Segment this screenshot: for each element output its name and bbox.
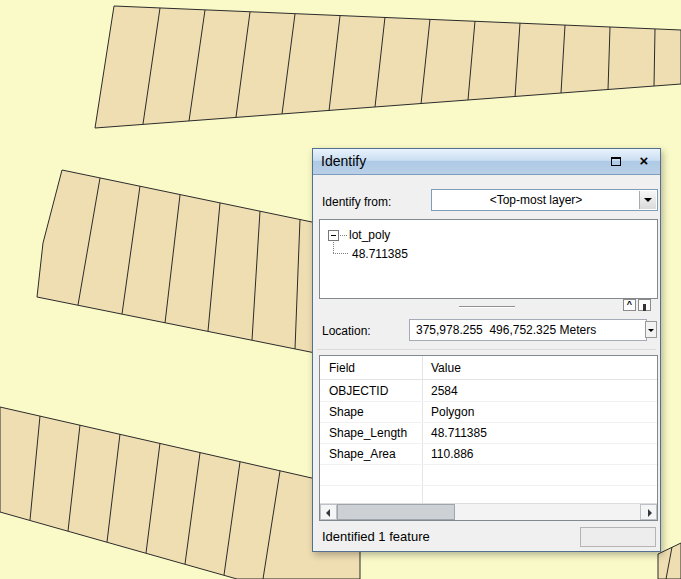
location-dropdown-button[interactable] [645,321,657,338]
identify-window: Identify × Identify from: <Top-most laye… [312,148,661,552]
divider [317,349,656,350]
tree-expander-minus-icon[interactable] [328,230,339,241]
status-bar: Identified 1 feature [313,523,660,551]
scroll-right-button[interactable] [640,504,657,520]
tree-connector [340,235,347,236]
tree-node-layer[interactable]: lot_poly [349,228,390,242]
identify-from-label: Identify from: [322,195,391,209]
right-arrow-icon [648,509,652,517]
scrollbar-thumb[interactable] [337,504,455,520]
layer-combobox[interactable]: <Top-most layer> [431,189,658,211]
identify-results-tree: lot_poly 48.711385 [319,219,658,299]
layer-combobox-value: <Top-most layer> [432,190,657,210]
left-arrow-icon [326,509,330,517]
window-title: Identify [321,149,366,174]
field-cell: Shape [329,405,364,419]
value-cell: 110.886 [431,447,474,461]
tree-connector [333,253,348,254]
close-icon: × [640,152,649,169]
field-cell: Shape_Area [329,447,396,461]
value-cell: 48.711385 [431,426,487,440]
field-cell: OBJECTID [329,384,388,398]
combo-dropdown-button[interactable] [639,191,656,209]
chevron-up-icon: ^ [627,299,632,309]
value-cell: Polygon [431,405,474,419]
scroll-left-button[interactable] [320,504,337,520]
table-row[interactable]: Shape_Length 48.711385 [320,423,657,444]
chevron-down-icon [648,329,654,332]
tree-connector [333,242,334,253]
bar-icon [643,304,646,311]
table-header: Field Value [320,356,657,380]
status-panel [580,527,656,547]
maximize-button[interactable] [608,154,624,170]
chevron-down-icon [644,198,652,202]
window-titlebar[interactable]: Identify × [313,149,660,175]
table-row[interactable]: Shape_Area 110.886 [320,444,657,465]
table-row-empty [320,465,657,486]
value-cell: 2584 [431,384,458,398]
field-column-header: Field [329,361,355,375]
splitter-handle-icon [459,306,515,308]
panel-splitter[interactable] [313,301,660,313]
collapse-tree-button[interactable]: ^ [623,299,636,311]
dock-button[interactable] [638,299,651,311]
field-cell: Shape_Length [329,426,407,440]
horizontal-scrollbar[interactable] [320,503,657,520]
value-column-header: Value [431,361,461,375]
attributes-table: Field Value OBJECTID 2584 Shape Polygon … [319,355,658,521]
table-body: OBJECTID 2584 Shape Polygon Shape_Length… [320,381,657,503]
location-input[interactable]: 375,978.255 496,752.325 Meters [409,319,647,341]
table-row[interactable]: OBJECTID 2584 [320,381,657,402]
tree-node-value[interactable]: 48.711385 [352,247,408,261]
table-row-empty [320,486,657,503]
maximize-icon [611,157,621,166]
location-label: Location: [322,324,371,338]
status-text: Identified 1 feature [322,529,430,544]
table-row[interactable]: Shape Polygon [320,402,657,423]
close-button[interactable]: × [636,154,652,170]
